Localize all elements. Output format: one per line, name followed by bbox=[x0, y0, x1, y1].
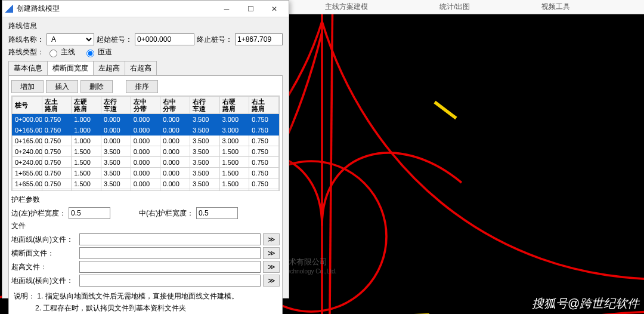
close-button[interactable]: ✕ bbox=[262, 2, 286, 16]
sohu-credit: 搜狐号@跨世纪软件 bbox=[532, 295, 639, 312]
table-row[interactable]: 1+655.0000.7501.5003.5000.0000.0003.5001… bbox=[13, 168, 279, 178]
table-row[interactable]: 0+240.0000.7501.5003.5000.0000.0003.5001… bbox=[13, 146, 279, 157]
delete-button[interactable]: 删除 bbox=[80, 80, 113, 93]
col-header[interactable]: 右中分带 bbox=[160, 97, 190, 114]
col-header[interactable]: 左硬路肩 bbox=[72, 97, 101, 114]
insert-button[interactable]: 插入 bbox=[46, 80, 78, 93]
table-row[interactable]: 1+655.0000.7501.5003.5000.0000.0003.5001… bbox=[13, 178, 279, 189]
tab-cross-section[interactable]: 横断面宽度 bbox=[47, 61, 94, 75]
table-row[interactable]: 0+165.0000.7501.0000.0000.0000.0003.5003… bbox=[13, 136, 279, 146]
browse-button-0[interactable]: ≫ bbox=[263, 233, 280, 245]
end-stake-input[interactable] bbox=[235, 33, 283, 45]
maximize-button[interactable]: ☐ bbox=[239, 2, 262, 16]
add-button[interactable]: 增加 bbox=[11, 80, 44, 93]
col-header[interactable]: 左行车道 bbox=[101, 97, 131, 114]
table-row[interactable]: 0+165.0000.7501.0000.0000.0000.0003.5003… bbox=[13, 125, 279, 136]
tab-super-left[interactable]: 左超高 bbox=[93, 61, 125, 75]
ribbon-strip: 主线方案建模统计/出图视频工具 bbox=[289, 0, 644, 14]
file-input-1[interactable] bbox=[79, 247, 261, 259]
table-row[interactable]: 0+000.0000.7501.0000.0000.0000.0003.5003… bbox=[13, 114, 279, 125]
col-header[interactable]: 右土路肩 bbox=[249, 97, 279, 114]
col-header[interactable]: 右行车道 bbox=[190, 97, 219, 114]
dialog-title: 创建路线模型 bbox=[17, 4, 215, 14]
table-row[interactable]: 0+240.0000.7501.5003.5000.0000.0003.5001… bbox=[13, 157, 279, 168]
file-input-0[interactable] bbox=[79, 233, 261, 245]
col-header[interactable]: 左中分带 bbox=[131, 97, 160, 114]
cross-section-table[interactable]: 桩号左土路肩左硬路肩左行车道左中分带右中分带右行车道右硬路肩右土路肩0+000.… bbox=[11, 96, 280, 191]
svg-line-1 bbox=[435, 102, 456, 118]
minimize-button[interactable]: ─ bbox=[215, 2, 239, 16]
browse-button-1[interactable]: ≫ bbox=[263, 247, 280, 259]
col-header[interactable]: 右硬路肩 bbox=[219, 97, 249, 114]
tab-super-right[interactable]: 右超高 bbox=[125, 61, 157, 75]
col-header[interactable]: 左土路肩 bbox=[42, 97, 72, 114]
tab-basic[interactable]: 基本信息 bbox=[8, 61, 48, 75]
radio-mainline[interactable]: 主线 bbox=[47, 47, 75, 57]
app-icon bbox=[5, 5, 13, 13]
file-input-3[interactable] bbox=[79, 275, 261, 287]
file-input-2[interactable] bbox=[79, 261, 261, 273]
guard-right-input[interactable] bbox=[196, 207, 238, 219]
route-info-label: 路线信息 bbox=[8, 21, 283, 31]
guard-left-input[interactable] bbox=[69, 207, 110, 219]
browse-button-3[interactable]: ≫ bbox=[263, 275, 280, 287]
sort-button[interactable]: 排序 bbox=[126, 80, 158, 93]
start-stake-input[interactable] bbox=[135, 33, 194, 45]
radio-ramp[interactable]: 匝道 bbox=[83, 47, 112, 57]
route-name-select[interactable]: A bbox=[47, 33, 94, 45]
table-row[interactable]: 1+690.0000.7501.5000.0000.0000.0003.5001… bbox=[13, 189, 279, 191]
col-header[interactable]: 桩号 bbox=[13, 97, 42, 114]
create-route-dialog: 创建路线模型 ─ ☐ ✕ 路线信息 路线名称： A 起始桩号： 终止桩号： 路线… bbox=[2, 0, 289, 298]
browse-button-2[interactable]: ≫ bbox=[263, 261, 280, 273]
